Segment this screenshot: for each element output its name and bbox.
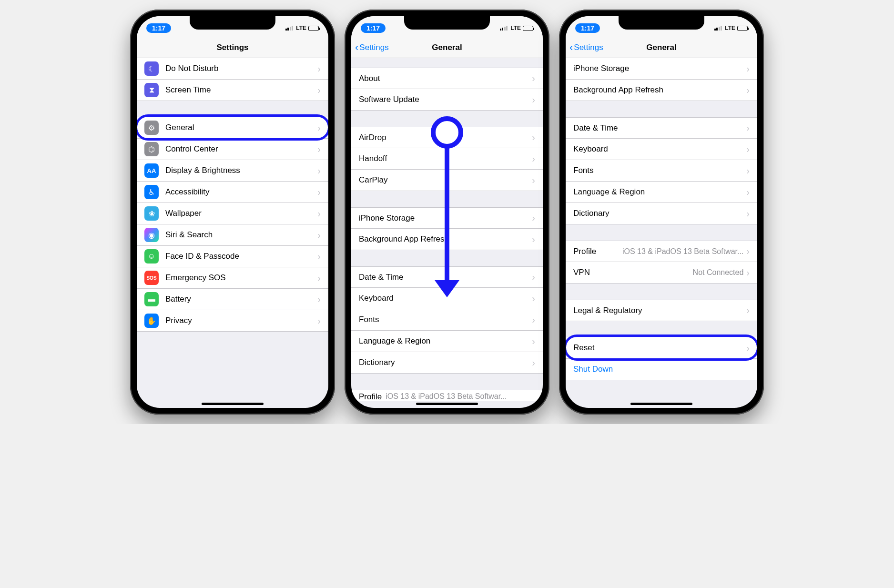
chevron-right-icon: › (317, 273, 321, 284)
row-language-region[interactable]: Language & Region › (566, 182, 757, 203)
screen-2: 1:17 LTE ‹Settings General About › Softw… (351, 16, 543, 408)
home-indicator[interactable] (202, 403, 264, 405)
row-label: VPN (573, 268, 590, 277)
chevron-right-icon: › (532, 94, 535, 105)
chevron-left-icon: ‹ (569, 42, 573, 53)
row-bg-app-refresh[interactable]: Background App Refresh › (566, 80, 757, 101)
back-button[interactable]: ‹Settings (355, 42, 389, 53)
row-fonts[interactable]: Fonts › (566, 160, 757, 182)
carrier-label: LTE (510, 25, 521, 31)
row-label: Face ID & Passcode (165, 252, 317, 261)
notch (404, 16, 490, 30)
chevron-right-icon: › (317, 144, 321, 155)
row-date-time[interactable]: Date & Time › (351, 266, 543, 288)
page-title: General (432, 43, 462, 52)
settings-list[interactable]: ☾ Do Not Disturb › ⧗ Screen Time › ⚙ Gen… (137, 58, 328, 408)
row-label: Background App Refresh (573, 85, 746, 95)
row-label: Profile (573, 247, 596, 256)
row-battery[interactable]: ▬ Battery › (137, 289, 328, 310)
row-profile[interactable]: Profile iOS 13 & iPadOS 13 Beta Softwar.… (351, 390, 543, 401)
row-dictionary[interactable]: Dictionary › (566, 203, 757, 224)
gear-icon: ⚙ (144, 121, 159, 135)
status-time: 1:17 (146, 23, 171, 33)
row-label: iPhone Storage (359, 213, 532, 223)
home-indicator[interactable] (416, 403, 478, 405)
row-label: Date & Time (359, 273, 532, 282)
row-legal-regulatory[interactable]: Legal & Regulatory › (566, 300, 757, 321)
chevron-right-icon: › (532, 73, 535, 84)
row-keyboard[interactable]: Keyboard › (351, 288, 543, 309)
row-privacy[interactable]: ✋ Privacy › (137, 310, 328, 332)
status-time: 1:17 (575, 23, 600, 33)
screen-1: 1:17 LTE Settings ☾ Do Not Disturb › ⧗ S… (137, 16, 328, 408)
row-label: Fonts (359, 315, 532, 324)
chevron-right-icon: › (532, 153, 535, 164)
row-dictionary[interactable]: Dictionary › (351, 352, 543, 374)
row-software-update[interactable]: Software Update › (351, 89, 543, 111)
chevron-right-icon: › (317, 294, 321, 305)
screen-3: 1:17 LTE ‹Settings General iPhone Storag… (566, 16, 757, 408)
chevron-right-icon: › (317, 315, 321, 326)
home-indicator[interactable] (630, 403, 692, 405)
row-wallpaper[interactable]: ❀ Wallpaper › (137, 203, 328, 224)
row-label: Language & Region (359, 336, 532, 346)
row-vpn[interactable]: VPN Not Connected › (566, 262, 757, 284)
signal-bars-icon (500, 26, 508, 30)
signal-bars-icon (285, 26, 294, 30)
row-bg-app-refresh[interactable]: Background App Refresh › (351, 229, 543, 250)
row-shut-down[interactable]: Shut Down (566, 359, 757, 380)
page-title: Settings (216, 43, 248, 52)
nav-bar: Settings (137, 37, 328, 58)
row-profile[interactable]: Profile iOS 13 & iPadOS 13 Beta Softwar.… (566, 241, 757, 262)
chevron-right-icon: › (746, 122, 750, 133)
battery-icon (308, 26, 319, 31)
row-about[interactable]: About › (351, 68, 543, 89)
row-label: Reset (573, 343, 746, 353)
back-button[interactable]: ‹Settings (569, 42, 603, 53)
chevron-right-icon: › (532, 314, 535, 325)
chevron-right-icon: › (317, 165, 321, 176)
row-fonts[interactable]: Fonts › (351, 309, 543, 331)
row-label: Shut Down (573, 365, 750, 374)
general-list-scrolled[interactable]: iPhone Storage › Background App Refresh … (566, 58, 757, 408)
row-screen-time[interactable]: ⧗ Screen Time › (137, 80, 328, 101)
hourglass-icon: ⧗ (144, 83, 159, 97)
row-display-brightness[interactable]: AA Display & Brightness › (137, 160, 328, 182)
row-label: Handoff (359, 154, 532, 163)
notch (619, 16, 704, 30)
page-title: General (646, 43, 676, 52)
chevron-right-icon: › (746, 246, 750, 257)
row-reset[interactable]: Reset › (566, 337, 757, 359)
nav-bar: ‹Settings General (351, 37, 543, 58)
row-siri-search[interactable]: ◉ Siri & Search › (137, 224, 328, 246)
row-date-time[interactable]: Date & Time › (566, 117, 757, 139)
row-accessibility[interactable]: ♿︎ Accessibility › (137, 182, 328, 203)
chevron-right-icon: › (532, 132, 535, 143)
row-carplay[interactable]: CarPlay › (351, 170, 543, 191)
row-handoff[interactable]: Handoff › (351, 148, 543, 170)
row-faceid-passcode[interactable]: ☺ Face ID & Passcode › (137, 246, 328, 267)
toggles-icon: ⌬ (144, 142, 159, 156)
status-time: 1:17 (361, 23, 386, 33)
text-size-icon: AA (144, 163, 159, 178)
row-iphone-storage[interactable]: iPhone Storage › (566, 58, 757, 80)
row-iphone-storage[interactable]: iPhone Storage › (351, 207, 543, 229)
chevron-right-icon: › (317, 251, 321, 262)
row-control-center[interactable]: ⌬ Control Center › (137, 139, 328, 160)
row-keyboard[interactable]: Keyboard › (566, 139, 757, 160)
row-emergency-sos[interactable]: SOS Emergency SOS › (137, 267, 328, 289)
row-label: AirDrop (359, 133, 532, 142)
row-label: Battery (165, 294, 317, 304)
row-label: CarPlay (359, 175, 532, 185)
accessibility-icon: ♿︎ (144, 185, 159, 199)
general-list[interactable]: About › Software Update › AirDrop › Hand… (351, 58, 543, 408)
row-airdrop[interactable]: AirDrop › (351, 127, 543, 148)
chevron-right-icon: › (317, 63, 321, 74)
hand-icon: ✋ (144, 314, 159, 328)
row-language-region[interactable]: Language & Region › (351, 331, 543, 352)
chevron-left-icon: ‹ (355, 42, 358, 53)
back-label: Settings (359, 43, 388, 52)
row-general[interactable]: ⚙ General › (137, 117, 328, 139)
row-do-not-disturb[interactable]: ☾ Do Not Disturb › (137, 58, 328, 80)
chevron-right-icon: › (317, 85, 321, 96)
